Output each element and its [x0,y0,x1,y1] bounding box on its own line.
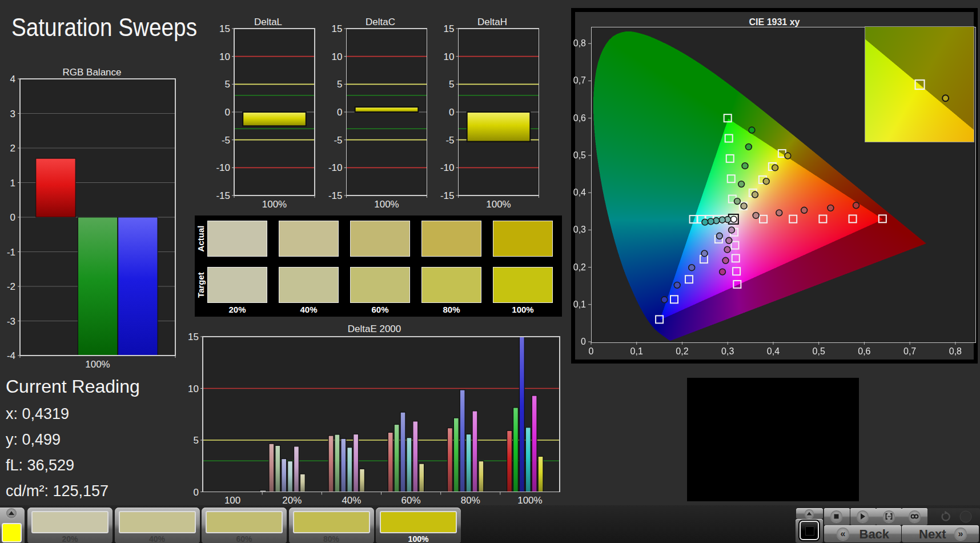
pattern-swatch-60% [206,511,283,533]
cie-measured-yellow [785,153,791,159]
reading-cdm2: cd/m²: 125,157 [6,482,140,500]
cie-measured-green [742,163,748,169]
pattern-button-40%[interactable]: 40% [115,508,200,543]
deltae-bar-red [507,430,512,492]
advance-button[interactable] [796,508,823,519]
cie-target-blue [656,316,663,323]
cie-measured-green [745,143,752,150]
advance-pattern-icon [6,508,17,518]
cie-target-blue [670,296,678,303]
axis-label: 0,4 [573,187,586,197]
chevrons-left-icon: « [837,528,849,540]
cie-target-magenta [733,267,740,275]
bottom-toolbar: 20%40%60%80%100%«BackNext» [0,505,980,543]
deltae-bar-green [513,408,519,492]
reading-x: x: 0,4319 [6,405,140,423]
axis-label: 100 [224,495,240,506]
pattern-window-icon [800,521,819,540]
cie-target-cyan [690,215,697,223]
up-triangle-icon [805,509,814,518]
cie-inset-overlay [865,27,974,142]
deltae-bar-green [335,434,340,492]
pattern-button-60%[interactable]: 60% [202,508,287,543]
disabled-circle-icon [960,511,971,522]
pattern-swatch-20% [31,511,109,533]
disabled-controls [927,508,980,525]
cie-measured-red [801,207,808,213]
measure-button[interactable] [876,508,902,525]
cie-measured-magenta [722,257,729,263]
axis-label: 0,3 [573,225,586,234]
pattern-button-label: 100% [376,534,461,543]
cie-measured-blue [661,297,668,303]
reading-y: y: 0,499 [6,431,140,449]
infinity-icon [909,510,921,522]
axis-label: 80% [461,495,480,506]
refresh-icon [927,508,980,525]
axis-label: 0,5 [813,346,825,356]
reading-fl: fL: 36,529 [6,457,140,474]
cie-measured-magenta [729,227,735,233]
axis-label: 0,5 [573,150,586,160]
deltae-bar-red [269,444,274,492]
axis-label: 0,2 [676,346,688,356]
cie-measured-cyan [702,219,708,225]
axis-label: 20% [282,495,302,506]
cie-target-blue [685,276,693,283]
pattern-button-label: 40% [115,534,200,543]
continuous-button[interactable] [902,508,927,525]
deltae-bar-yellow [419,464,424,492]
cie-measured-red [753,212,759,218]
axis-label: 0,6 [858,346,870,356]
cie-target-green [724,114,732,122]
cie-target-magenta [732,254,740,262]
cie-measured-blue [674,282,680,288]
cie-target-green [726,155,734,162]
deltae-bar-magenta [472,411,477,492]
chevrons-right-icon: » [954,528,967,540]
cie-target-red [819,215,826,223]
deltae-bar-blue [460,390,465,492]
cie-target-red [760,215,767,223]
axis-label: 0,3 [721,346,734,356]
svg-text:«: « [840,529,845,538]
pattern-button-label: 60% [202,534,287,543]
axis-label: 0,1 [573,300,586,309]
cie-measured-red [828,205,834,211]
inset-target-square [915,80,925,89]
play-button[interactable] [850,508,876,525]
deltae-bar-cyan [525,428,531,492]
cie-measured-white [730,216,737,222]
pattern-button-20%[interactable]: 20% [27,508,113,543]
axis-label: 10 [188,384,199,394]
axis-label: 0,7 [573,75,586,85]
deltae-bar-cyan [466,434,471,492]
current-color-button[interactable] [0,508,25,543]
stop-button[interactable] [824,508,850,525]
cie-measured-green [734,198,741,205]
pattern-button-100%[interactable]: 100% [376,508,461,543]
current-reading-title: Current Reading [6,376,140,397]
deltae-bar-magenta [413,421,418,492]
brackets-icon [883,510,895,522]
axis-label: 0,2 [573,262,586,272]
pattern-button-label: 80% [289,534,374,543]
cie-target-green [725,135,733,142]
deltae-bar-red [447,428,452,492]
axis-label: 0 [581,337,586,346]
deltae-bar-green [394,424,399,492]
pattern-window-button[interactable] [796,519,823,543]
cie-measured-blue [689,265,695,271]
next-button[interactable]: Next» [902,525,979,542]
stop-icon [830,510,842,522]
axis-label: 0,8 [949,346,962,356]
pattern-button-80%[interactable]: 80% [289,508,374,543]
pattern-swatch-40% [119,511,196,533]
deltae-bar-cyan [407,438,412,492]
deltae-bar-magenta [354,434,359,492]
cie-measured-red [853,202,859,209]
cie-measured-cyan [719,217,725,223]
cie-target-red [849,215,857,222]
cie-measured-blue [701,250,708,257]
back-button[interactable]: «Back [824,525,901,542]
